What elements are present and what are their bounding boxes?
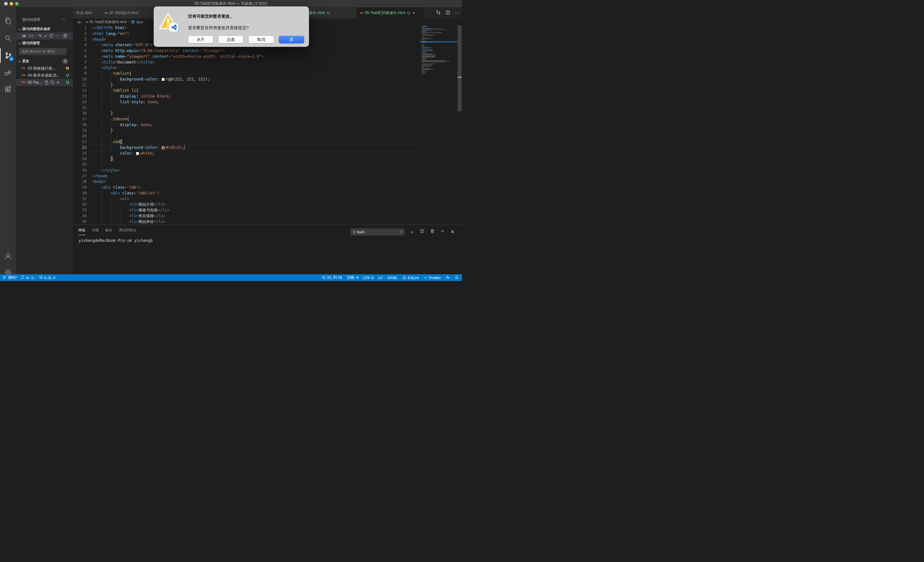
activity-item-run-debug[interactable] <box>0 65 16 80</box>
code-line[interactable]: 18 display: none; <box>73 122 420 128</box>
change-file-row[interactable]: <>04-表单全选取消…U <box>16 72 73 79</box>
commit-message-input[interactable]: 消息(⌘Enter 在“密码”... <box>19 48 66 55</box>
status-eol[interactable]: LF <box>378 274 382 281</box>
code-line[interactable]: 11 } <box>73 82 420 88</box>
editor-more-actions-icon[interactable]: ⋯ <box>455 10 459 15</box>
git-branch-status[interactable]: 密码* <box>3 274 16 281</box>
code-line[interactable]: 6 <meta name="viewport" content="width=d… <box>73 54 420 60</box>
repo-row[interactable]: ok Git ⋯ 3 <box>16 32 73 39</box>
kill-terminal-icon[interactable] <box>430 229 435 235</box>
section-source-control[interactable]: 源代码管理 <box>16 40 73 46</box>
terminal-prompt[interactable]: yishengdeMacBook-Pro:ok yicheng$ <box>79 238 153 243</box>
editor-tab[interactable]: 作业.html <box>73 7 101 19</box>
activity-item-source-control[interactable]: 3 <box>0 48 16 63</box>
code-line[interactable]: 35 <li>商品评价</li> <box>73 219 420 225</box>
code-line[interactable]: 14 list-style: none; <box>73 99 420 105</box>
change-file-row[interactable]: <>03-表格隔行换…M <box>16 65 73 72</box>
code-line[interactable]: 9 .tablist{ <box>73 71 420 76</box>
code-line[interactable]: 5 <meta http-equiv="X-UA-Compatible" con… <box>73 48 420 54</box>
activity-item-extensions[interactable] <box>0 82 16 97</box>
status-prettier[interactable]: Prettier <box>423 274 441 281</box>
status-feedback[interactable] <box>446 274 450 281</box>
activity-item-accounts[interactable] <box>0 249 16 263</box>
repo-more-actions-icon[interactable]: ⋯ <box>56 32 60 39</box>
color-swatch[interactable] <box>162 146 165 149</box>
panel-tab-debug-console[interactable]: 调试控制台 <box>119 225 136 235</box>
code-line[interactable]: 22 background-color: #cd5c5c; <box>73 145 420 151</box>
sidebar-more-actions-icon[interactable]: ⋯ <box>61 16 66 21</box>
refresh-icon[interactable] <box>49 33 54 39</box>
dialog-button-从不[interactable]: 从不 <box>188 36 213 43</box>
breadcrumb-item[interactable]: ok <box>77 20 81 24</box>
code-line[interactable]: 28<body> <box>73 179 420 185</box>
panel-tab-terminal[interactable]: 终端 <box>78 225 86 235</box>
sync-status[interactable]: 0↓ 1↑ <box>21 274 35 281</box>
discard-icon[interactable] <box>50 80 54 87</box>
status-notifications[interactable] <box>454 274 459 281</box>
terminal-shell-select[interactable]: 1: bash <box>350 228 405 235</box>
new-terminal-icon[interactable]: ＋ <box>410 229 414 234</box>
line-number: 5 <box>73 48 87 54</box>
close-icon[interactable]: × <box>412 10 415 15</box>
panel-tab-problems[interactable]: 问题 <box>92 225 99 235</box>
code-line[interactable]: 13 display: inline-block; <box>73 94 420 99</box>
close-panel-icon[interactable]: ✕ <box>450 229 454 234</box>
maximize-panel-icon[interactable] <box>440 229 445 235</box>
code-line[interactable]: 21 .ckd{ <box>73 139 420 145</box>
code-line[interactable]: 7 <title>Document</title> <box>73 60 420 66</box>
code-line[interactable]: 12 .tablist li{ <box>73 88 420 94</box>
code-line[interactable]: 8 <style> <box>73 65 420 71</box>
status-language-mode[interactable]: HTML <box>388 274 398 281</box>
minimap[interactable] <box>420 25 457 225</box>
code-line[interactable]: 26 </style> <box>73 168 420 174</box>
code-line[interactable]: 29 <div class='tab'> <box>73 185 420 190</box>
split-terminal-icon[interactable] <box>420 229 424 235</box>
color-swatch[interactable] <box>136 152 139 155</box>
open-changes-icon[interactable] <box>436 10 441 16</box>
line-number: 29 <box>73 185 87 190</box>
code-line[interactable]: 34 <li>售后保障</li> <box>73 213 420 219</box>
activity-item-search[interactable] <box>0 31 16 45</box>
vertical-scrollbar[interactable] <box>457 25 462 225</box>
activity-item-explorer[interactable] <box>0 13 16 28</box>
section-changes[interactable]: 更改 3 <box>16 58 73 64</box>
editor-tab[interactable]: <>05-?tab栏切换操作.htmlU× <box>357 7 424 19</box>
scrollbar-thumb[interactable] <box>458 25 462 111</box>
code-line[interactable]: 23 color: white; <box>73 151 420 157</box>
code-line[interactable]: 33 <li>规格与包装</li> <box>73 208 420 213</box>
commit-icon[interactable] <box>43 33 48 39</box>
status-cursor-position[interactable]: 行 22, 列 39 <box>322 274 342 281</box>
split-editor-icon[interactable] <box>446 10 450 16</box>
panel-tab-output[interactable]: 输出 <box>105 225 112 235</box>
code-line[interactable]: 30 <div class='tablist'> <box>73 190 420 196</box>
status-encoding[interactable]: UTF-8 <box>363 274 374 281</box>
breadcrumb-item[interactable]: 05-?tab栏切换操作.html <box>89 19 126 24</box>
code-line[interactable]: 27</head> <box>73 174 420 179</box>
code-line[interactable]: 17 .tabcon{ <box>73 117 420 122</box>
dialog-button-取消[interactable]: 取消 <box>249 36 274 43</box>
problems-status[interactable]: 0 0 <box>39 274 55 281</box>
code-line[interactable]: 32 <li>商品介绍</li> <box>73 202 420 208</box>
code-line[interactable]: 20 <box>73 133 420 139</box>
section-repositories[interactable]: 源代码管理存储库 <box>16 26 73 32</box>
checkout-icon[interactable] <box>37 33 42 39</box>
tab-label: 作业.html <box>76 10 92 16</box>
code-line[interactable]: 15 <box>73 105 420 111</box>
status-indentation[interactable]: 空格: 4 <box>347 274 358 281</box>
plus-icon[interactable] <box>56 80 60 87</box>
status-eslint[interactable]: ESLint <box>402 274 418 281</box>
change-file-row[interactable]: <>05-?ta…U <box>16 79 73 86</box>
code-line[interactable]: 31 <ul> <box>73 196 420 202</box>
code-line[interactable]: 19 } <box>73 128 420 134</box>
code-line[interactable]: 16 } <box>73 111 420 117</box>
code-line[interactable]: 24 } <box>73 156 420 162</box>
line-number: 19 <box>73 128 87 134</box>
dialog-button-总是[interactable]: 总是 <box>219 36 243 43</box>
breadcrumb-item[interactable]: html <box>136 20 143 24</box>
color-swatch[interactable] <box>162 78 165 81</box>
dialog-button-是[interactable]: 是 <box>279 36 304 43</box>
gofile-icon[interactable] <box>44 80 49 87</box>
code-line[interactable]: 10 background-color: rgb(221, 221, 221); <box>73 76 420 82</box>
code-editor[interactable]: 1<!DOCTYPE html>2<html lang="en">3<head>… <box>73 25 420 225</box>
code-line[interactable]: 25 <box>73 162 420 168</box>
